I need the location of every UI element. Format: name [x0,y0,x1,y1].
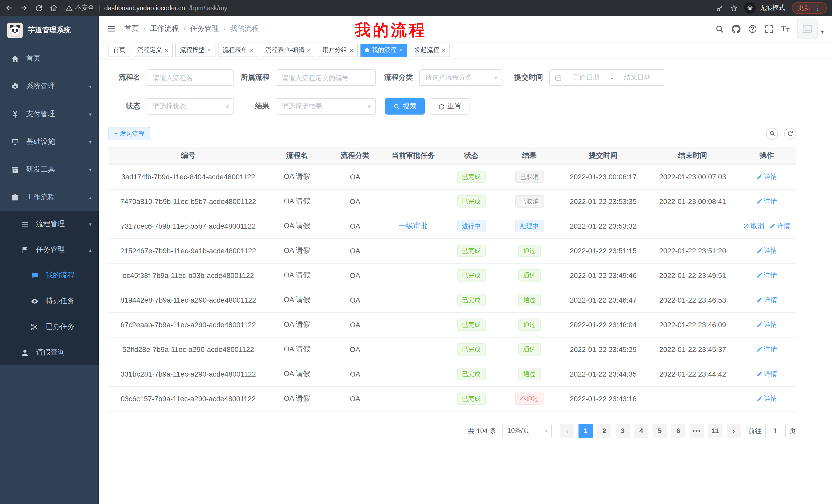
result-select[interactable]: 请选择流结果 ▾ [276,98,376,115]
help-icon[interactable] [748,24,757,33]
browser-menu-icon[interactable]: ⋮ [814,4,821,12]
forward-icon[interactable] [20,4,28,12]
security-label: 不安全 [75,4,94,12]
password-key-icon[interactable] [716,4,724,11]
cell-actions: 详情 [737,189,796,214]
result-tag: 通过 [518,245,541,257]
sidebar-item-2[interactable]: 支付管理▾ [0,100,99,128]
close-icon[interactable]: × [207,47,211,53]
status-select[interactable]: 请选择状态 ▾ [147,98,234,115]
process-name-input[interactable] [147,69,234,86]
detail-link[interactable]: 详情 [756,197,777,206]
result-label: 结果 [241,102,276,111]
detail-link[interactable]: 详情 [756,172,777,181]
page-size-select[interactable]: 10条/页 ▾ [502,424,552,438]
cancel-link[interactable]: 取消 [743,221,764,231]
submenu-item-3[interactable]: 待办任务 [0,288,99,314]
detail-link[interactable]: 详情 [756,345,777,354]
cell-name: OA 请假 [268,164,326,189]
page-button-3[interactable]: 3 [616,424,630,438]
tab-4[interactable]: 流程表单-编辑× [261,44,315,57]
detail-link[interactable]: 详情 [769,221,790,231]
caret-down-icon[interactable]: ▾ [821,29,824,35]
chevron-up-icon: ▴ [89,194,92,200]
breadcrumb-item[interactable]: 工作流程 [150,24,179,33]
reload-icon[interactable] [35,4,43,12]
close-icon[interactable]: × [164,47,168,53]
filter-status: 状态 请选择状态 ▾ [108,98,234,115]
breadcrumb-item[interactable]: 任务管理 [190,24,219,33]
page-button-2[interactable]: 2 [597,424,612,438]
task-link[interactable]: 一级审批 [399,221,427,230]
detail-link[interactable]: 详情 [756,271,777,280]
detail-link[interactable]: 详情 [756,246,777,255]
end-date-placeholder: 结束日期 [615,73,660,82]
detail-link[interactable]: 详情 [756,394,777,403]
refresh-table-button[interactable] [784,128,796,139]
search-button[interactable]: 搜索 [385,98,425,115]
update-button[interactable]: 更新 ⋮ [792,2,827,14]
tab-3[interactable]: 流程表单× [218,44,258,57]
search-icon[interactable] [715,24,724,33]
detail-link[interactable]: 详情 [756,296,777,305]
avatar[interactable] [797,19,818,39]
tab-5[interactable]: 用户分组× [318,44,358,57]
sidebar-item-5[interactable]: 工作流程▴ [0,184,99,211]
hamburger-icon[interactable] [107,24,116,33]
font-size-icon[interactable]: TT [781,25,789,33]
submenu-item-4[interactable]: 已办任务 [0,314,99,340]
github-icon[interactable] [732,24,740,33]
reset-button[interactable]: 重置 [430,98,469,115]
next-page-button[interactable]: › [727,424,741,438]
tab-6-active[interactable]: 我的流程× [361,44,407,57]
tab-7[interactable]: 发起流程× [410,44,450,57]
fullscreen-icon[interactable] [765,24,773,33]
more-pages-button[interactable]: ••• [690,424,704,438]
breadcrumb-item[interactable]: 首页 [125,24,139,33]
app-logo[interactable]: 芋道管理系统 [0,16,99,45]
submenu-item-0[interactable]: 流程管理▾ [0,211,99,237]
submit-time-range[interactable]: 开始日期 - 结束日期 [549,69,666,86]
browser-home-icon[interactable] [50,4,58,12]
close-icon[interactable]: × [250,47,254,53]
tab-0[interactable]: 首页 [108,44,130,57]
bookmark-star-icon[interactable] [730,4,737,11]
page-button-4[interactable]: 4 [634,424,648,438]
incognito-label: 无痕模式 [759,4,785,12]
sidebar-item-0[interactable]: 首页 [0,45,99,73]
tab-1[interactable]: 流程定义× [133,44,173,57]
submenu-item-1[interactable]: 任务管理▴ [0,237,99,262]
process-definition-input[interactable] [276,69,376,86]
cell-task: 一级审批 [384,214,442,239]
cell-status: 已完成 [442,312,500,337]
edit-icon [756,272,762,278]
detail-link[interactable]: 详情 [756,320,777,329]
close-icon[interactable]: × [442,47,445,53]
page-button-11[interactable]: 11 [708,424,723,438]
status-label: 状态 [108,102,147,111]
create-process-button[interactable]: + 发起流程 [108,127,150,140]
toggle-search-button[interactable] [766,128,778,139]
detail-link[interactable]: 详情 [756,369,777,379]
cell-actions: 详情 [737,362,796,386]
browser-window: 不安全 | dashboard.yudao.iocoder.cn/bpm/tas… [0,0,832,504]
tab-2[interactable]: 流程模型× [175,44,215,57]
sidebar-item-4[interactable]: 研发工具▾ [0,156,99,184]
close-icon[interactable]: × [399,47,402,53]
sidebar-item-3[interactable]: 基础设施▾ [0,128,99,156]
chevron-down-icon: ▾ [89,83,92,89]
category-select[interactable]: 请选择流程分类 ▾ [419,69,502,86]
pagination: 共 104 条 10条/页 ▾ ‹123456•••11› 前往 页 [108,424,796,438]
sidebar-item-1[interactable]: 系统管理▾ [0,73,99,100]
address-bar[interactable]: 不安全 | dashboard.yudao.iocoder.cn/bpm/tas… [66,4,227,12]
goto-page-input[interactable] [765,424,786,438]
close-icon[interactable]: × [307,47,311,53]
submenu-item-5[interactable]: 请假查询 [0,340,99,365]
page-button-1[interactable]: 1 [578,424,593,438]
page-button-5[interactable]: 5 [653,424,667,438]
cell-submit-time: 2022-01-23 00:06:17 [558,164,648,189]
submenu-item-2[interactable]: 我的流程 [0,262,99,288]
back-icon[interactable] [5,4,13,12]
page-button-6[interactable]: 6 [671,424,685,438]
close-icon[interactable]: × [350,47,353,53]
